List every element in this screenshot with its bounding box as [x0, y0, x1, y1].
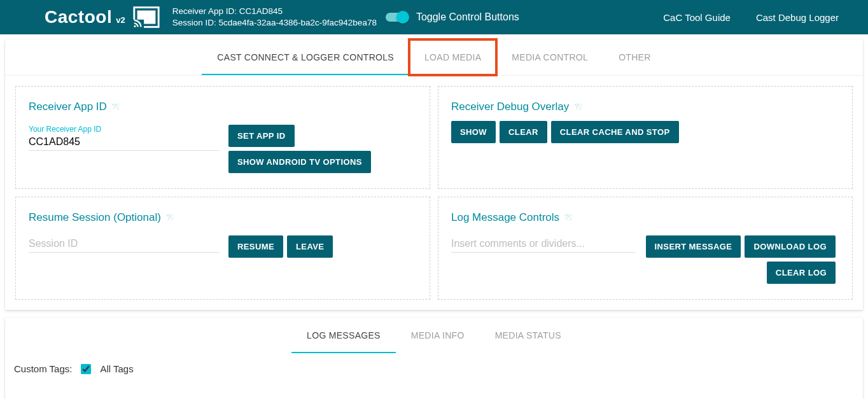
leave-button[interactable]: LEAVE — [287, 235, 333, 258]
panel-title: Log Message Controls — [451, 211, 559, 224]
receiver-app-id-input[interactable] — [29, 134, 220, 151]
tab-log-messages[interactable]: LOG MESSAGES — [291, 318, 396, 353]
session-id-value: 5cdae4fa-32aa-4386-ba2c-9fac942bea78 — [218, 18, 376, 27]
panel-resume-session: Resume Session (Optional) ?⃝ RESUME LEAV… — [15, 197, 430, 300]
debug-clear-cache-stop-button[interactable]: CLEAR CACHE AND STOP — [551, 121, 679, 143]
download-log-button[interactable]: DOWNLOAD LOG — [745, 235, 836, 258]
receiver-app-id-input-label: Your Receiver App ID — [29, 125, 220, 134]
receiver-app-id-label: Receiver App ID: — [172, 6, 237, 16]
panel-receiver-debug-overlay: Receiver Debug Overlay ?⃝ SHOW CLEAR CLE… — [438, 86, 853, 189]
tab-media-control[interactable]: MEDIA CONTROL — [496, 39, 603, 75]
main-card: CAST CONNECT & LOGGER CONTROLS LOAD MEDI… — [5, 39, 863, 310]
help-icon[interactable]: ?⃝ — [564, 213, 572, 222]
resume-button[interactable]: RESUME — [228, 235, 283, 258]
session-id-label: Session ID: — [172, 18, 216, 27]
panel-receiver-app-id: Receiver App ID ?⃝ Your Receiver App ID … — [15, 86, 430, 189]
custom-tags-label: Custom Tags: — [14, 363, 72, 374]
tab-other[interactable]: OTHER — [603, 39, 666, 75]
tab-media-status[interactable]: MEDIA STATUS — [480, 318, 577, 353]
tab-load-media[interactable]: LOAD MEDIA — [409, 39, 496, 75]
show-android-tv-options-button[interactable]: SHOW ANDROID TV OPTIONS — [228, 151, 371, 173]
debug-clear-button[interactable]: CLEAR — [500, 121, 547, 143]
receiver-app-id-value: CC1AD845 — [239, 6, 283, 16]
help-icon[interactable]: ?⃝ — [574, 102, 582, 111]
all-tags-checkbox[interactable] — [81, 364, 91, 374]
set-app-id-button[interactable]: SET APP ID — [228, 125, 295, 147]
toggle-control-buttons-switch[interactable] — [386, 13, 407, 22]
tab-cast-connect[interactable]: CAST CONNECT & LOGGER CONTROLS — [202, 39, 409, 75]
panel-title: Resume Session (Optional) — [29, 211, 161, 224]
brand: Cactool v2 — [45, 7, 125, 27]
session-ids: Receiver App ID: CC1AD845 Session ID: 5c… — [172, 6, 377, 29]
toggle-control-buttons-label: Toggle Control Buttons — [416, 11, 519, 23]
header-links: CaC Tool Guide Cast Debug Logger — [663, 12, 858, 23]
insert-message-button[interactable]: INSERT MESSAGE — [646, 235, 741, 258]
tab-media-info[interactable]: MEDIA INFO — [396, 318, 480, 353]
app-header: Cactool v2 Receiver App ID: CC1AD845 Ses… — [0, 0, 868, 34]
svg-point-3 — [134, 25, 136, 27]
help-icon[interactable]: ?⃝ — [112, 102, 120, 111]
log-card: LOG MESSAGES MEDIA INFO MEDIA STATUS Cus… — [5, 318, 863, 399]
log-comment-input[interactable] — [451, 235, 636, 253]
log-tabs: LOG MESSAGES MEDIA INFO MEDIA STATUS — [5, 318, 863, 353]
cast-icon[interactable] — [132, 6, 161, 29]
cactool-guide-link[interactable]: CaC Tool Guide — [663, 12, 731, 23]
cast-debug-logger-link[interactable]: Cast Debug Logger — [756, 12, 839, 23]
brand-name: Cactool — [45, 7, 112, 27]
panels-grid: Receiver App ID ?⃝ Your Receiver App ID … — [5, 76, 863, 310]
help-icon[interactable]: ?⃝ — [166, 213, 174, 222]
all-tags-label: All Tags — [100, 363, 133, 374]
panel-log-message-controls: Log Message Controls ?⃝ INSERT MESSAGE D… — [438, 197, 853, 300]
session-id-input[interactable] — [29, 235, 220, 253]
toggle-control-buttons-block: Toggle Control Buttons — [386, 11, 519, 23]
debug-show-button[interactable]: SHOW — [451, 121, 496, 143]
panel-title: Receiver Debug Overlay — [451, 101, 569, 113]
panel-title: Receiver App ID — [29, 101, 107, 113]
clear-log-button[interactable]: CLEAR LOG — [767, 262, 836, 284]
brand-version: v2 — [116, 15, 125, 25]
main-tabs: CAST CONNECT & LOGGER CONTROLS LOAD MEDI… — [5, 39, 863, 76]
